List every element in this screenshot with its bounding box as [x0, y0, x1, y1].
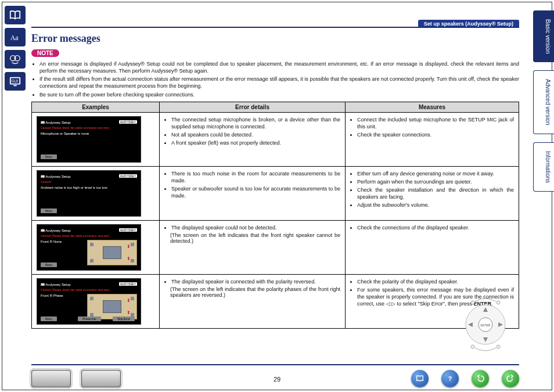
- detail-item: The displayed speaker could not be detec…: [171, 224, 340, 231]
- detail-item: Speaker or subwoofer sound is too low fo…: [171, 185, 340, 199]
- detail-item: The connected setup microphone is broken…: [171, 116, 340, 130]
- svg-point-15: [497, 345, 500, 348]
- svg-text:Aa: Aa: [10, 34, 19, 42]
- error-table: Examples Error details Measures 📖 Audyss…: [31, 102, 519, 329]
- intro-item: An error message is displayed if Audysse…: [39, 60, 519, 74]
- svg-point-13: [497, 301, 500, 304]
- history-forward-icon[interactable]: [502, 370, 519, 387]
- history-back-icon[interactable]: [472, 370, 489, 387]
- details-cell: The connected setup microphone is broken…: [160, 112, 346, 166]
- svg-text:GUI: GUI: [12, 79, 19, 83]
- page-title: Error messages: [31, 27, 519, 45]
- font-size-icon[interactable]: Aa: [5, 28, 26, 46]
- measure-item: Check the speaker installation and the d…: [357, 186, 514, 200]
- table-row: 📖 Audyssey SetupAUDYSSEYCaution! Please …: [32, 112, 519, 166]
- remote-dpad-diagram: ENTER: [456, 298, 515, 351]
- tab-advanced-version[interactable]: Advanced version: [533, 70, 554, 134]
- screen-mock: 📖 Audyssey SetupAUDYSSEYCaution! Please …: [37, 224, 141, 271]
- table-row: 📖 Audyssey SetupAUDYSSEYCaution! Please …: [32, 274, 519, 328]
- footer-divider: [31, 364, 519, 365]
- main-content: Error messages NOTE An error message is …: [31, 27, 519, 329]
- col-measures: Measures: [346, 102, 519, 112]
- measure-item: Perform again when the surroundings are …: [357, 178, 514, 185]
- example-cell: 📖 Audyssey SetupAUDYSSEYCaution! Please …: [32, 112, 160, 166]
- screen-mock: 📖 Audyssey SetupAUDYSSEYCaution! Please …: [37, 278, 141, 325]
- table-row: 📖 Audyssey SetupAUDYSSEYCaution! Please …: [32, 220, 519, 274]
- measure-item: Check the connections of the displayed s…: [357, 224, 514, 231]
- example-cell: 📖 Audyssey SetupAUDYSSEYCaution!Ambient …: [32, 166, 160, 220]
- table-row: 📖 Audyssey SetupAUDYSSEYCaution!Ambient …: [32, 166, 519, 220]
- details-cell: The displayed speaker could not be detec…: [160, 220, 346, 274]
- detail-item: The displayed speaker is connected with …: [171, 278, 340, 285]
- manual-icon[interactable]: [411, 370, 429, 387]
- measure-item: Check the speaker connections.: [357, 131, 514, 138]
- measures-cell: Check the connections of the displayed s…: [346, 220, 519, 274]
- tab-informations[interactable]: Informations: [533, 142, 554, 192]
- measures-cell: Connect the included setup microphone to…: [346, 112, 519, 166]
- detail-item: There is too much noise in the room for …: [171, 170, 340, 184]
- receiver-front-icon[interactable]: [31, 370, 71, 387]
- svg-point-14: [471, 345, 474, 348]
- left-icon-rail: Aa GUI: [5, 6, 26, 91]
- intro-item: Be sure to turn off the power before che…: [39, 91, 519, 98]
- svg-text:?: ?: [448, 375, 452, 382]
- detail-sub: (The screen on the left indicates that t…: [170, 286, 340, 298]
- footer-nav-buttons: ?: [411, 370, 519, 387]
- help-icon[interactable]: ?: [441, 370, 459, 387]
- svg-text:ENTER: ENTER: [481, 323, 491, 327]
- details-cell: The displayed speaker is connected with …: [160, 274, 346, 328]
- measure-item: Connect the included setup microphone to…: [357, 116, 514, 130]
- tab-basic-version[interactable]: Basic version: [533, 10, 554, 62]
- detail-sub: (The screen on the left indicates that t…: [170, 232, 340, 244]
- col-examples: Examples: [32, 102, 160, 112]
- measures-cell: Either turn off any device generating no…: [346, 166, 519, 220]
- gui-icon[interactable]: GUI: [5, 72, 26, 91]
- screen-mock: 📖 Audyssey SetupAUDYSSEYCaution!Ambient …: [37, 170, 141, 217]
- intro-item: If the result still differs from the act…: [39, 75, 519, 89]
- footer-device-icons: [31, 370, 121, 387]
- col-details: Error details: [160, 102, 346, 112]
- svg-point-12: [471, 301, 474, 304]
- detail-item: A front speaker (left) was not properly …: [171, 139, 340, 146]
- open-book-icon[interactable]: [5, 6, 26, 24]
- page-number: 29: [274, 376, 280, 383]
- example-cell: 📖 Audyssey SetupAUDYSSEYCaution! Please …: [32, 274, 160, 328]
- example-cell: 📖 Audyssey SetupAUDYSSEYCaution! Please …: [32, 220, 160, 274]
- theme-mask-icon[interactable]: [5, 50, 26, 69]
- intro-list: An error message is displayed if Audysse…: [31, 60, 519, 98]
- measure-item: Check the polarity of the displayed spea…: [357, 278, 514, 285]
- measure-item: Adjust the subwoofer's volume.: [357, 202, 514, 208]
- receiver-rear-icon[interactable]: [81, 370, 121, 387]
- note-badge: NOTE: [31, 49, 59, 57]
- details-cell: There is too much noise in the room for …: [160, 166, 346, 220]
- detail-item: Not all speakers could be detected.: [171, 131, 340, 138]
- measure-item: Either turn off any device generating no…: [357, 170, 514, 177]
- screen-mock: 📖 Audyssey SetupAUDYSSEYCaution! Please …: [37, 116, 141, 163]
- section-tabs: Basic version Advanced version Informati…: [533, 10, 554, 192]
